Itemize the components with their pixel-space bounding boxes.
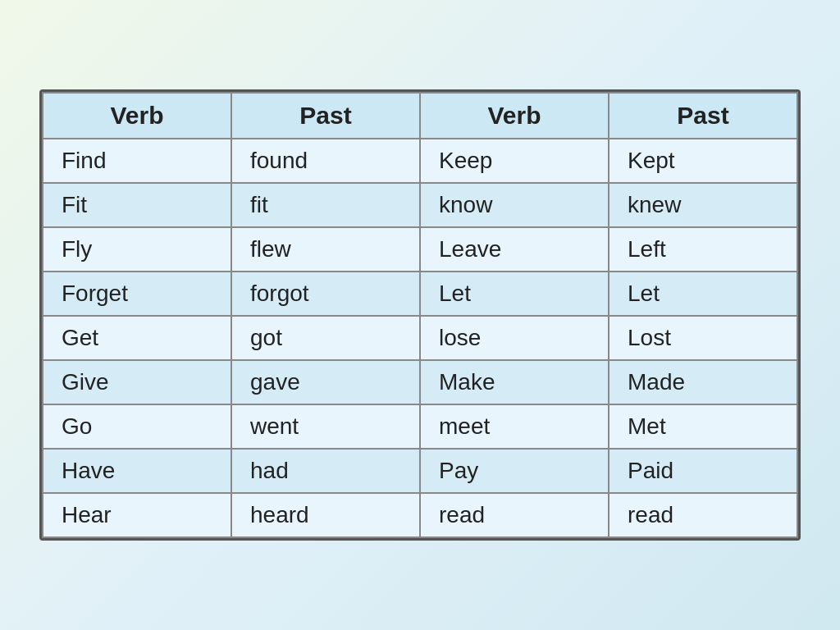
table-row: ForgetforgotLetLet — [43, 272, 797, 316]
cell-r1-c1: fit — [231, 183, 420, 227]
cell-r5-c3: Made — [609, 360, 797, 404]
cell-r0-c3: Kept — [609, 139, 797, 183]
cell-r6-c0: Go — [43, 404, 231, 449]
cell-r1-c0: Fit — [43, 183, 231, 227]
cell-r1-c2: know — [420, 183, 609, 227]
cell-r0-c0: Find — [43, 139, 231, 183]
cell-r5-c0: Give — [43, 360, 231, 404]
cell-r6-c3: Met — [609, 404, 797, 449]
table-row: FlyflewLeaveLeft — [43, 227, 797, 272]
table-row: GowentmeetMet — [43, 404, 797, 449]
cell-r4-c2: lose — [420, 316, 609, 360]
cell-r2-c3: Left — [609, 227, 797, 272]
table-row: GetgotloseLost — [43, 316, 797, 360]
cell-r7-c0: Have — [43, 449, 231, 493]
cell-r3-c0: Forget — [43, 272, 231, 316]
cell-r7-c2: Pay — [420, 449, 609, 493]
cell-r8-c3: read — [609, 493, 797, 537]
cell-r1-c3: knew — [609, 183, 797, 227]
verb-table-container: VerbPastVerbPast FindfoundKeepKeptFitfit… — [39, 89, 801, 541]
cell-r7-c3: Paid — [609, 449, 797, 493]
cell-r7-c1: had — [231, 449, 420, 493]
cell-r8-c1: heard — [231, 493, 420, 537]
table-row: GivegaveMakeMade — [43, 360, 797, 404]
cell-r2-c1: flew — [231, 227, 420, 272]
table-row: HavehadPayPaid — [43, 449, 797, 493]
table-row: Hearheardreadread — [43, 493, 797, 537]
header-col-2: Verb — [420, 93, 609, 139]
cell-r6-c1: went — [231, 404, 420, 449]
cell-r2-c0: Fly — [43, 227, 231, 272]
cell-r8-c2: read — [420, 493, 609, 537]
table-header-row: VerbPastVerbPast — [43, 93, 797, 139]
cell-r3-c1: forgot — [231, 272, 420, 316]
cell-r8-c0: Hear — [43, 493, 231, 537]
cell-r0-c2: Keep — [420, 139, 609, 183]
irregular-verbs-table: VerbPastVerbPast FindfoundKeepKeptFitfit… — [42, 92, 798, 538]
table-row: Fitfitknowknew — [43, 183, 797, 227]
table-row: FindfoundKeepKept — [43, 139, 797, 183]
cell-r5-c1: gave — [231, 360, 420, 404]
header-col-3: Past — [609, 93, 797, 139]
cell-r3-c3: Let — [609, 272, 797, 316]
header-col-0: Verb — [43, 93, 231, 139]
cell-r6-c2: meet — [420, 404, 609, 449]
table-body: FindfoundKeepKeptFitfitknowknewFlyflewLe… — [43, 139, 797, 537]
cell-r3-c2: Let — [420, 272, 609, 316]
cell-r5-c2: Make — [420, 360, 609, 404]
cell-r0-c1: found — [231, 139, 420, 183]
cell-r4-c0: Get — [43, 316, 231, 360]
cell-r2-c2: Leave — [420, 227, 609, 272]
header-col-1: Past — [231, 93, 420, 139]
cell-r4-c3: Lost — [609, 316, 797, 360]
cell-r4-c1: got — [231, 316, 420, 360]
